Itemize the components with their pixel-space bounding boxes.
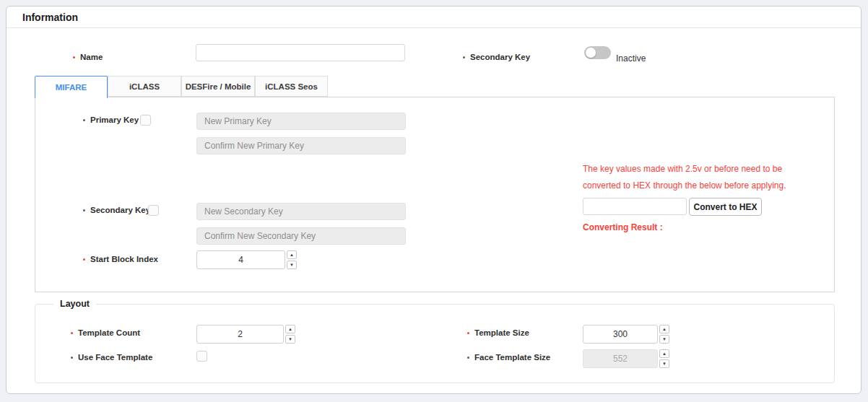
- template-size-label: Template Size: [467, 328, 529, 337]
- name-input[interactable]: [196, 44, 405, 61]
- face-template-size-label: Face Template Size: [467, 353, 550, 362]
- toggle-state-text: Inactive: [616, 53, 646, 64]
- tab-mifare-label: MIFARE: [56, 83, 87, 92]
- card-header: Information: [6, 6, 861, 28]
- required-dot: [73, 56, 75, 58]
- face-template-size-label-text: Face Template Size: [474, 353, 550, 362]
- layout-section-legend: Layout: [53, 299, 96, 309]
- secondary-key-toggle[interactable]: [584, 46, 611, 59]
- hex-convert-input[interactable]: [583, 198, 687, 215]
- start-block-index-spinner: ▲ ▼: [196, 250, 297, 269]
- information-card: Information Name Secondary Key Inactive …: [6, 6, 862, 394]
- optional-dot: [83, 119, 85, 121]
- primary-key-label: Primary Key: [83, 115, 139, 124]
- spinner-down-button[interactable]: ▼: [287, 261, 297, 269]
- tab-desfire-mobile[interactable]: DESFire / Mobile: [181, 76, 255, 97]
- arrow-up-icon: ▲: [290, 251, 294, 258]
- tab-iclass-seos[interactable]: iCLASS Seos: [255, 76, 328, 97]
- secondary-key-toggle-label-text: Secondary Key: [470, 53, 530, 61]
- tab-mifare[interactable]: MIFARE: [35, 76, 108, 98]
- primary-key-label-text: Primary Key: [90, 115, 139, 124]
- optional-dot: [463, 56, 465, 58]
- spinner-buttons: ▲ ▼: [285, 325, 295, 344]
- optional-dot: [71, 357, 73, 359]
- template-size-spinner: ▲ ▼: [583, 325, 669, 344]
- tab-iclass-seos-label: iCLASS Seos: [265, 82, 318, 91]
- toggle-knob-icon: [586, 48, 596, 58]
- face-template-size-input: [583, 349, 658, 368]
- arrow-down-icon: ▼: [662, 360, 667, 367]
- spinner-up-button[interactable]: ▲: [659, 325, 669, 333]
- spinner-up-button[interactable]: ▲: [285, 325, 295, 333]
- arrow-down-icon: ▼: [662, 336, 667, 343]
- tab-iclass-label: iCLASS: [129, 82, 160, 91]
- start-block-index-input[interactable]: [196, 250, 285, 269]
- name-label-text: Name: [80, 53, 103, 61]
- arrow-down-icon: ▼: [288, 336, 292, 343]
- arrow-down-icon: ▼: [290, 261, 294, 268]
- template-count-label-text: Template Count: [78, 328, 140, 337]
- optional-dot: [83, 209, 85, 211]
- face-template-size-spinner: ▲ ▼: [583, 349, 669, 368]
- template-count-spinner: ▲ ▼: [196, 325, 295, 344]
- start-block-index-label: Start Block Index: [83, 255, 158, 263]
- spinner-buttons: ▲ ▼: [659, 325, 669, 344]
- use-face-template-label: Use Face Template: [71, 353, 152, 362]
- use-face-template-checkbox[interactable]: [196, 351, 207, 362]
- secondary-key-checkbox[interactable]: [148, 205, 159, 216]
- confirm-new-secondary-key-input: [196, 227, 406, 245]
- tab-desfire-mobile-label: DESFire / Mobile: [186, 82, 251, 91]
- optional-dot: [467, 357, 469, 359]
- new-primary-key-input: [196, 113, 406, 130]
- convert-to-hex-button[interactable]: Convert to HEX: [689, 198, 762, 216]
- arrow-up-icon: ▲: [288, 325, 292, 333]
- spinner-buttons: ▲ ▼: [287, 250, 297, 269]
- new-secondary-key-input: [196, 203, 406, 220]
- required-dot: [467, 332, 469, 334]
- secondary-key-toggle-label: Secondary Key: [463, 53, 530, 61]
- confirm-new-primary-key-input: [196, 137, 406, 154]
- hex-note-line1: The key values made with 2.5v or before …: [583, 164, 782, 174]
- hex-note-line2: converted to HEX through the below befor…: [583, 180, 786, 191]
- layout-section: Layout Template Count ▲ ▼ Template Size …: [35, 304, 835, 383]
- template-count-input[interactable]: [196, 325, 284, 344]
- converting-result-label: Converting Result :: [583, 222, 663, 232]
- spinner-up-button[interactable]: ▲: [659, 349, 669, 358]
- template-size-label-text: Template Size: [474, 328, 529, 337]
- arrow-up-icon: ▲: [662, 325, 667, 333]
- spinner-up-button[interactable]: ▲: [287, 250, 297, 259]
- arrow-up-icon: ▲: [662, 350, 667, 357]
- primary-key-checkbox[interactable]: [140, 115, 151, 126]
- page-title: Information: [22, 12, 78, 23]
- spinner-down-button[interactable]: ▼: [659, 359, 669, 368]
- tab-iclass[interactable]: iCLASS: [108, 76, 181, 97]
- required-dot: [71, 332, 73, 334]
- mifare-tab-panel: Primary Key Secondary Key Start Block In…: [35, 97, 835, 292]
- start-block-index-label-text: Start Block Index: [90, 255, 158, 263]
- template-count-label: Template Count: [71, 328, 140, 337]
- required-dot: [83, 258, 85, 261]
- spinner-down-button[interactable]: ▼: [659, 335, 669, 344]
- spinner-buttons: ▲ ▼: [659, 349, 669, 368]
- secondary-key-label: Secondary Key: [83, 206, 150, 214]
- template-size-input[interactable]: [583, 325, 658, 344]
- name-label: Name: [73, 53, 103, 61]
- secondary-key-label-text: Secondary Key: [90, 206, 150, 214]
- spinner-down-button[interactable]: ▼: [285, 335, 295, 344]
- use-face-template-label-text: Use Face Template: [78, 353, 152, 362]
